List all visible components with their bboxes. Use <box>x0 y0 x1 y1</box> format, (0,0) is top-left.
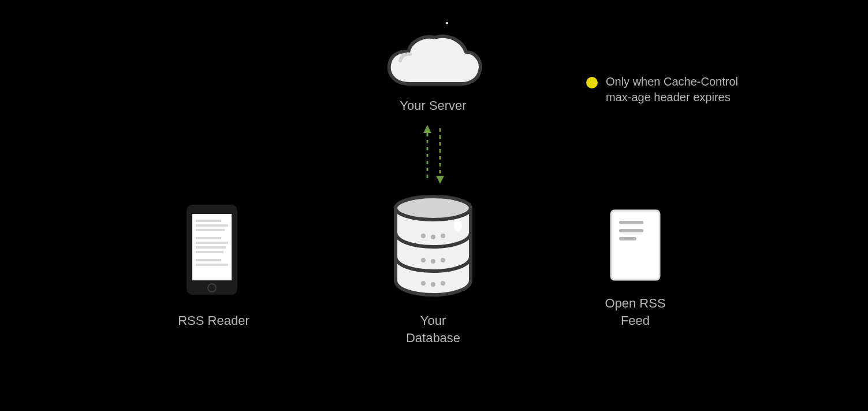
svg-rect-19 <box>196 229 225 231</box>
svg-rect-18 <box>196 224 228 227</box>
svg-point-14 <box>454 219 462 232</box>
legend-text: Only when Cache-Control max-age header e… <box>606 74 738 105</box>
svg-marker-3 <box>436 176 444 184</box>
database-label: Your Database <box>375 312 491 346</box>
svg-rect-20 <box>196 237 221 239</box>
svg-point-4 <box>396 197 471 220</box>
document-icon <box>606 207 664 287</box>
svg-rect-17 <box>196 220 221 222</box>
arrows-icon <box>416 121 450 190</box>
legend-item: Only when Cache-Control max-age header e… <box>586 74 738 105</box>
svg-rect-25 <box>196 264 228 266</box>
legend-dot-icon <box>586 77 598 88</box>
svg-point-6 <box>431 235 435 239</box>
svg-rect-30 <box>619 237 636 240</box>
phone-icon <box>183 202 241 300</box>
svg-rect-29 <box>619 229 643 232</box>
phone-label: RSS Reader <box>150 312 277 329</box>
svg-rect-22 <box>196 246 226 249</box>
svg-point-12 <box>431 282 435 287</box>
svg-point-13 <box>441 281 445 286</box>
svg-point-7 <box>441 234 445 238</box>
svg-rect-28 <box>619 221 643 224</box>
document-label: Open RSS Feed <box>578 295 693 329</box>
cloud-label: Your Server <box>375 97 491 114</box>
svg-point-9 <box>431 259 435 264</box>
svg-point-8 <box>421 258 426 262</box>
dot-artifact <box>446 22 448 24</box>
cloud-icon <box>378 29 488 101</box>
svg-point-10 <box>441 258 445 262</box>
database-icon <box>384 191 482 303</box>
svg-point-11 <box>421 281 426 286</box>
svg-marker-1 <box>423 125 431 133</box>
svg-rect-21 <box>196 242 228 244</box>
svg-point-5 <box>421 234 426 238</box>
svg-rect-23 <box>196 251 223 253</box>
svg-rect-24 <box>196 259 221 261</box>
